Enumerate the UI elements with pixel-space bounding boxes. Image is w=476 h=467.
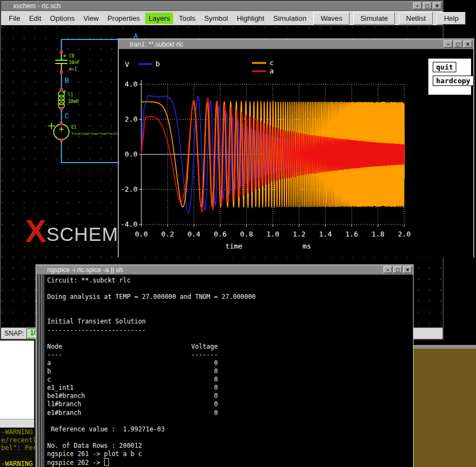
x-tick-label: 0.2 (161, 230, 174, 238)
legend-label-c: c (269, 59, 274, 67)
net-label-c[interactable]: C (65, 112, 69, 120)
minimize-button[interactable]: - (383, 266, 392, 273)
toolbar-buttons: WavesSimulateNetlistHelp (309, 12, 466, 25)
x-tick-label: 0.0 (135, 230, 147, 238)
minimize-button[interactable]: - (444, 41, 452, 48)
menu-symbol[interactable]: Symbol (201, 13, 231, 24)
hardcopy-button[interactable]: hardcopy (433, 76, 474, 86)
menu-layers[interactable]: Layers (145, 13, 173, 24)
desktop: { "desktop": {"bg": "#000000", "right_pa… (0, 0, 476, 467)
y-tick-label: -4.0 (121, 220, 137, 228)
terminal-titlebar[interactable]: ngspice -i rlc.spice -a || sh - □ × (36, 265, 413, 275)
x-axis-label: time (225, 242, 242, 250)
capacitor-c0[interactable]: C0 50nF m=1 (55, 54, 79, 72)
terminal-text: Circuit: **.subckt rlc Doing analysis at… (47, 276, 413, 458)
waveform-window: tran1: **.subckt rlc - □ × 0.00.20.40.60… (118, 38, 474, 257)
background-window-left[interactable] (0, 341, 35, 428)
source-value-label: 3*cos(time*time*time*1e11) (71, 132, 118, 135)
capacitor-symbol (55, 54, 67, 71)
pin-square (60, 107, 63, 110)
menu-view[interactable]: View (80, 13, 102, 24)
toolbar-help-button[interactable]: Help (437, 12, 466, 25)
voltage-source-e1[interactable]: E1 3*cos(time*time*time*1e11) (48, 123, 118, 140)
y-tick-label: 0.0 (125, 150, 137, 158)
xschem-titlebar[interactable]: xschem - rlc.sch - □ × (1, 1, 443, 11)
menu-simulation[interactable]: Simulation (270, 13, 310, 24)
menu-items: FileEditOptionsViewPropertiesLayersTools… (3, 13, 309, 24)
pin-square (60, 139, 63, 142)
x-tick-label: 0.4 (187, 230, 200, 238)
capacitor-value-label: 50nF (69, 60, 79, 65)
legend-label-b: b (156, 60, 160, 68)
terminal-prompt-line: ngspice 262 -> (47, 458, 413, 467)
ngspice-terminal-window: ngspice -i rlc.spice -a || sh - □ × Circ… (36, 264, 414, 467)
xschem-logo-x: X (25, 217, 47, 245)
close-button[interactable]: × (433, 2, 441, 9)
terminal-window-controls: - □ × (383, 266, 413, 273)
net-label-b[interactable]: B (65, 76, 69, 84)
inductor-l1[interactable]: l1 10mH (59, 90, 79, 109)
toolbar-simulate-button[interactable]: Simulate (353, 12, 395, 25)
maximize-button[interactable]: □ (454, 41, 462, 48)
x-tick-label: 1.2 (293, 230, 305, 238)
source-ref-label: E1 (71, 125, 77, 130)
warning-text: -WARNING e/recently bel": Perr -WARNING (0, 426, 36, 467)
maximize-button[interactable]: □ (423, 2, 432, 9)
background-terminal-warnings[interactable]: -WARNING e/recently bel": Perr -WARNING (0, 426, 36, 467)
menu-highlight[interactable]: Highlight (233, 13, 268, 24)
close-button[interactable]: × (463, 41, 472, 48)
terminal-cursor (104, 458, 109, 466)
menu-tools[interactable]: Tools (175, 13, 198, 24)
xschem-logo-text: SCHEM (47, 223, 118, 245)
y-tick-label: 2.0 (125, 115, 137, 123)
waveform-body: 0.00.20.40.60.81.01.21.41.61.82.0-4.0-2.… (119, 49, 473, 257)
capacitor-m-label: m=1 (69, 67, 77, 72)
pin-square (60, 71, 63, 74)
x-tick-label: 1.0 (266, 230, 279, 238)
x-axis-unit-label: ms (302, 242, 311, 250)
plus-mark-icon (48, 123, 55, 129)
pin-square (60, 50, 63, 54)
snap-label: SNAP: (4, 330, 24, 337)
xschem-window-controls: - □ × (413, 2, 443, 9)
x-tick-label: 0.6 (214, 230, 226, 238)
inductor-value-label: 10mH (68, 99, 78, 104)
x-tick-label: 1.6 (345, 230, 358, 238)
plus-mark-icon (59, 127, 64, 131)
quit-button[interactable]: quit (433, 62, 456, 72)
x-tick-label: 1.8 (371, 230, 384, 238)
warning-line: -WARNING (1, 460, 33, 467)
menu-file[interactable]: File (5, 13, 24, 24)
toolbar-waves-button[interactable]: Waves (313, 12, 349, 25)
x-tick-label: 1.4 (319, 230, 332, 238)
toolbar-netlist-button[interactable]: Netlist (399, 12, 433, 25)
capacitor-ref-label: C0 (69, 54, 74, 59)
warning-line: -WARNING (1, 428, 33, 436)
terminal-body[interactable]: Circuit: **.subckt rlc Doing analysis at… (36, 275, 413, 467)
x-tick-label: 0.8 (240, 230, 253, 238)
menu-properties[interactable]: Properties (104, 13, 143, 24)
xschem-logo: X SCHEM (25, 217, 118, 245)
minimize-button[interactable]: - (413, 2, 422, 9)
y-tick-label: -2.0 (121, 185, 137, 193)
legend-label-a: a (269, 67, 274, 75)
waveform-window-title: tran1: **.subckt rlc (130, 41, 183, 48)
inductor-ref-label: l1 (68, 93, 73, 97)
background-panel-right (411, 345, 476, 467)
warning-line: e/recently (1, 436, 36, 444)
xschem-menubar: FileEditOptionsViewPropertiesLayersTools… (1, 11, 443, 26)
terminal-window-title: ngspice -i rlc.spice -a || sh (47, 266, 123, 274)
terminal-output: Circuit: **.subckt rlc Doing analysis at… (47, 275, 413, 467)
waveform-side-panel: quit hardcopy (428, 58, 472, 95)
menu-options[interactable]: Options (47, 13, 78, 24)
close-button[interactable]: × (403, 266, 412, 273)
menu-edit[interactable]: Edit (26, 13, 44, 24)
pin-square (60, 122, 63, 125)
plus-mark-icon (63, 54, 66, 57)
background-window-left-footer (0, 419, 34, 428)
terminal-scrollbar[interactable] (36, 275, 45, 467)
waveform-plot-canvas[interactable]: 0.00.20.40.60.81.01.21.41.61.82.0-4.0-2.… (119, 49, 473, 257)
waveform-titlebar[interactable]: tran1: **.subckt rlc - □ × (119, 39, 473, 49)
maximize-button[interactable]: □ (393, 266, 402, 273)
warning-line: bel": Perr (1, 444, 36, 452)
